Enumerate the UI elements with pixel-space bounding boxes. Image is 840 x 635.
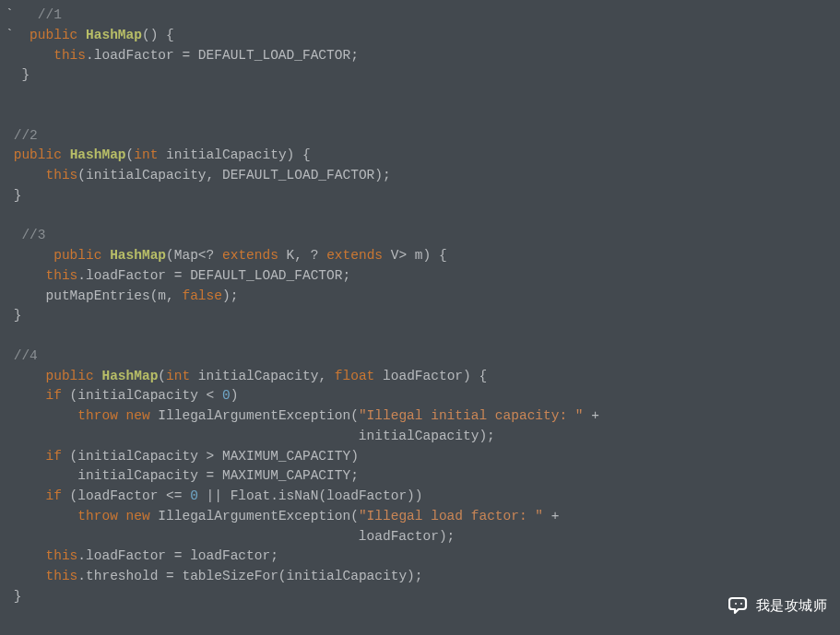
code-text: (initialCapacity > MAXIMUM_CAPACITY) xyxy=(62,449,359,464)
code-type: HashMap xyxy=(70,147,126,162)
code-text: ( xyxy=(158,369,166,383)
code-text: .loadFactor = loadFactor; xyxy=(77,548,278,563)
code-text: () { xyxy=(142,28,174,42)
code-text xyxy=(6,369,46,383)
code-text: IllegalArgumentException( xyxy=(150,408,359,423)
code-text xyxy=(118,509,126,523)
code-string: "Illegal initial capacity: " xyxy=(359,408,584,423)
code-text: loadFactor) { xyxy=(374,369,487,383)
code-keyword: this xyxy=(53,48,86,63)
code-text: IllegalArgumentException( xyxy=(150,509,359,523)
code-keyword: extends xyxy=(222,248,278,263)
code-comment: //1 xyxy=(21,7,62,22)
code-keyword: int xyxy=(166,369,190,383)
code-text xyxy=(6,449,46,464)
code-keyword: int xyxy=(134,147,158,162)
code-text: + xyxy=(543,509,559,523)
code-string: "Illegal load factor: " xyxy=(359,509,543,523)
code-text xyxy=(118,408,126,423)
code-text: ) xyxy=(231,388,239,403)
code-comment: //2 xyxy=(6,128,38,143)
code-text: ` xyxy=(6,7,21,22)
code-text: .threshold = tableSizeFor(initialCapacit… xyxy=(77,569,422,583)
watermark: 我是攻城师 xyxy=(728,594,828,617)
code-text: (initialCapacity < xyxy=(62,388,222,403)
code-number: 0 xyxy=(190,488,198,503)
wechat-icon xyxy=(728,594,751,617)
code-text: } xyxy=(6,589,21,604)
code-text: .loadFactor = DEFAULT_LOAD_FACTOR; xyxy=(86,48,359,63)
code-keyword: throw xyxy=(77,509,118,523)
code-text: initialCapacity); xyxy=(6,429,495,443)
code-text xyxy=(6,48,53,63)
code-keyword: new xyxy=(126,509,150,523)
code-text xyxy=(6,509,77,523)
code-keyword: public xyxy=(46,369,94,383)
code-text xyxy=(6,408,77,423)
code-type: HashMap xyxy=(110,248,166,263)
code-text: } xyxy=(6,67,30,82)
code-text: ( xyxy=(126,147,135,162)
code-text xyxy=(6,548,46,563)
watermark-text: 我是攻城师 xyxy=(756,595,828,617)
code-keyword: if xyxy=(46,449,62,464)
code-text: putMapEntries(m, xyxy=(6,288,182,303)
code-number: 0 xyxy=(222,388,231,403)
code-text: || Float.isNaN(loadFactor)) xyxy=(198,488,423,503)
code-text: V> m) { xyxy=(383,248,447,263)
code-text: K, ? xyxy=(278,248,326,263)
code-text: + xyxy=(584,408,599,423)
code-viewport: ` //1 ` public HashMap() { this.loadFact… xyxy=(0,0,840,635)
code-type: HashMap xyxy=(86,28,142,42)
svg-point-0 xyxy=(735,603,737,605)
code-text: loadFactor); xyxy=(6,529,455,544)
code-keyword: extends xyxy=(326,248,383,263)
code-text xyxy=(77,28,86,42)
svg-point-1 xyxy=(740,603,742,605)
code-text: .loadFactor = DEFAULT_LOAD_FACTOR; xyxy=(77,268,350,283)
code-text: (Map<? xyxy=(166,248,222,263)
code-keyword: this xyxy=(46,168,78,182)
code-text xyxy=(6,569,46,583)
code-text: initialCapacity, xyxy=(190,369,335,383)
code-keyword: throw xyxy=(77,408,118,423)
code-text xyxy=(6,388,46,403)
code-keyword: this xyxy=(46,268,78,283)
code-type: HashMap xyxy=(101,369,158,383)
code-comment: //4 xyxy=(6,348,38,363)
code-keyword: new xyxy=(126,408,150,423)
code-keyword: public xyxy=(21,28,77,42)
code-keyword: public xyxy=(14,147,62,162)
code-text xyxy=(6,488,46,503)
source-code: ` //1 ` public HashMap() { this.loadFact… xyxy=(0,0,840,607)
code-text: (loadFactor <= xyxy=(62,488,190,503)
code-keyword: this xyxy=(46,569,78,583)
code-text: ` xyxy=(6,28,21,42)
code-keyword: public xyxy=(53,248,101,263)
code-text: } xyxy=(6,188,21,203)
code-text xyxy=(6,168,46,182)
code-comment: //3 xyxy=(6,228,46,242)
code-keyword: if xyxy=(46,488,62,503)
code-keyword: float xyxy=(335,369,375,383)
code-text xyxy=(101,248,110,263)
code-text xyxy=(6,248,53,263)
code-text xyxy=(62,147,70,162)
code-keyword: this xyxy=(46,548,78,563)
code-keyword: false xyxy=(182,288,222,303)
code-text: ); xyxy=(222,288,238,303)
code-keyword: if xyxy=(46,388,62,403)
code-text: initialCapacity) { xyxy=(158,147,310,162)
code-text: } xyxy=(6,308,21,323)
code-text xyxy=(6,147,14,162)
code-text: initialCapacity = MAXIMUM_CAPACITY; xyxy=(6,468,359,483)
code-text xyxy=(6,268,46,283)
code-text: (initialCapacity, DEFAULT_LOAD_FACTOR); xyxy=(77,168,390,182)
